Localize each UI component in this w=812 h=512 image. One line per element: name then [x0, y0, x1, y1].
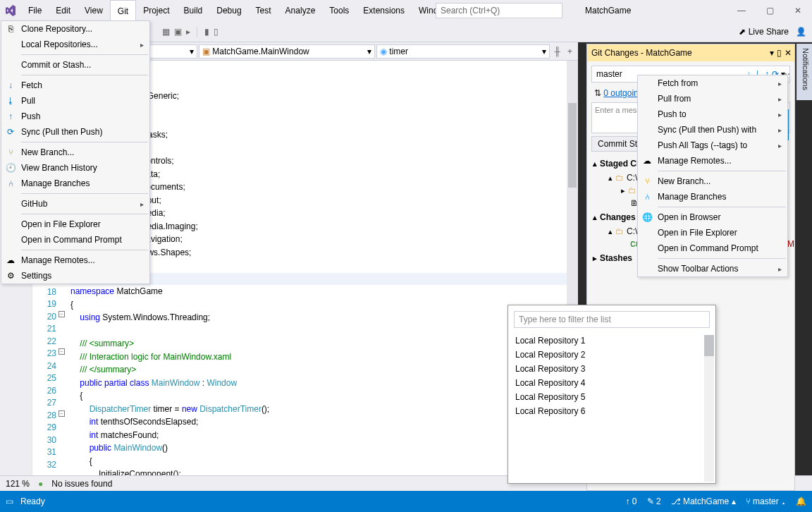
split-icon[interactable]: ╫ [551, 47, 563, 56]
notifications-tab[interactable]: Notifications [796, 44, 812, 100]
chevron-right-icon: ▸ [778, 111, 782, 118]
branch-icon: ⑂ [5, 147, 16, 157]
repo-item[interactable]: Local Repository 3 [514, 362, 710, 376]
user-icon[interactable]: 👤 [796, 27, 806, 37]
branches-icon: ⑃ [5, 178, 16, 188]
git-pull[interactable]: ⭳Pull [1, 93, 149, 109]
repo-item[interactable]: Local Repository 4 [514, 376, 710, 390]
class-dropdown[interactable]: ▣ MatchGame.MainWindow▾ [199, 44, 375, 59]
remote-icon: ☁ [641, 156, 653, 166]
live-share-button[interactable]: ⬈ Live Share [739, 27, 789, 37]
toolbar-icon[interactable]: ▸ [186, 27, 190, 37]
pull-icon: ⭳ [5, 96, 16, 106]
git-fetch[interactable]: ↓Fetch [1, 78, 149, 93]
ctx-new-branch[interactable]: ⑂New Branch... [638, 173, 787, 189]
search-input[interactable]: Search (Ctrl+Q) [436, 3, 562, 18]
toolbar-icon[interactable]: ▣ [174, 27, 182, 37]
menu-build[interactable]: Build [177, 0, 210, 21]
notifications-icon[interactable]: 🔔 [796, 496, 806, 506]
menu-edit[interactable]: Edit [49, 0, 78, 21]
branches-icon: ⑃ [641, 192, 653, 202]
menu-bar: File Edit View Git Project Build Debug T… [21, 0, 487, 21]
ctx-open-cmd[interactable]: Open in Command Prompt [638, 240, 787, 256]
close-button[interactable]: ✕ [784, 0, 812, 21]
menu-project[interactable]: Project [136, 0, 176, 21]
menu-test[interactable]: Test [249, 0, 278, 21]
fold-icon[interactable]: − [59, 410, 65, 417]
zoom-level[interactable]: 121 % [6, 479, 30, 489]
ctx-pull-from[interactable]: Pull from▸ [638, 91, 787, 106]
pull-count[interactable]: ✎ 2 [647, 496, 661, 506]
repo-item[interactable]: Local Repository 5 [514, 390, 710, 404]
chevron-right-icon: ▸ [778, 142, 782, 150]
folder-icon: 🗀 [615, 226, 624, 236]
git-new-branch[interactable]: ⑂New Branch... [1, 145, 149, 160]
chevron-right-icon: ▸ [140, 200, 144, 208]
gear-icon: ⚙ [5, 271, 16, 281]
git-local-repos[interactable]: Local Repositories...▸ [1, 37, 149, 52]
repo-indicator[interactable]: ⎇ MatchGame ▴ [671, 496, 736, 506]
git-push[interactable]: ↑Push [1, 109, 149, 124]
minimize-button[interactable]: — [727, 0, 756, 21]
fold-icon[interactable]: − [59, 311, 65, 317]
ctx-push-to[interactable]: Push to▸ [638, 106, 787, 122]
toolbar-icon[interactable]: ▮ [204, 27, 209, 37]
ctx-open-browser[interactable]: 🌐Open in Browser [638, 209, 787, 225]
git-manage-remotes[interactable]: ☁Manage Remotes... [1, 252, 149, 268]
git-github[interactable]: GitHub▸ [1, 196, 149, 212]
menu-tools[interactable]: Tools [322, 0, 356, 21]
push-icon: ↑ [5, 111, 16, 121]
repo-item[interactable]: Local Repository 1 [514, 334, 710, 348]
autohide-icon[interactable]: ▯ [777, 48, 782, 58]
fetch-icon: ↓ [5, 80, 16, 90]
menu-file[interactable]: File [21, 0, 49, 21]
maximize-button[interactable]: ▢ [756, 0, 784, 21]
git-open-cmd[interactable]: Open in Command Prompt [1, 232, 149, 248]
ctx-sync-with[interactable]: Sync (Pull then Push) with▸ [638, 122, 787, 138]
ctx-push-tags[interactable]: Push All Tags (--tags) to▸ [638, 138, 787, 153]
scrollbar[interactable] [704, 335, 714, 482]
repo-item[interactable]: Local Repository 6 [514, 404, 710, 418]
add-icon[interactable]: + [565, 47, 575, 56]
git-commit-stash[interactable]: Commit or Stash... [1, 57, 149, 73]
window-title: MatchGame [585, 6, 631, 16]
menu-analyze[interactable]: Analyze [278, 0, 323, 21]
output-icon[interactable]: ▭ [6, 496, 13, 506]
close-icon[interactable]: ✕ [785, 48, 792, 58]
menu-git[interactable]: Git [110, 0, 136, 21]
repo-item[interactable]: Local Repository 2 [514, 348, 710, 362]
git-sync[interactable]: ⟳Sync (Pull then Push) [1, 124, 149, 140]
git-settings[interactable]: ⚙Settings [1, 268, 149, 284]
ctx-open-explorer[interactable]: Open in File Explorer [638, 225, 787, 240]
toolbar-icon[interactable]: ▯ [214, 27, 219, 37]
title-bar: File Edit View Git Project Build Debug T… [0, 0, 812, 21]
git-panel-title: Git Changes - MatchGame ▾ ▯ ✕ [587, 44, 794, 61]
sync-icon: ⟳ [5, 127, 16, 137]
local-repo-popup: Type here to filter the list Local Repos… [508, 305, 716, 484]
branch-indicator[interactable]: ⑂ master ▴ [746, 496, 786, 506]
remote-icon: ☁ [5, 255, 16, 265]
chevron-right-icon: ▸ [140, 41, 144, 49]
git-manage-branches[interactable]: ⑃Manage Branches [1, 176, 149, 191]
chevron-right-icon: ▸ [778, 95, 782, 103]
git-open-explorer[interactable]: Open in File Explorer [1, 217, 149, 232]
chevron-right-icon: ▸ [778, 265, 782, 273]
git-clone[interactable]: ⎘Clone Repository... [1, 21, 149, 37]
ctx-manage-remotes[interactable]: ☁Manage Remotes... [638, 153, 787, 169]
menu-view[interactable]: View [78, 0, 110, 21]
ctx-show-toolbar[interactable]: Show Toolbar Actions▸ [638, 261, 787, 276]
ctx-manage-branches[interactable]: ⑃Manage Branches [638, 189, 787, 205]
ctx-fetch-from[interactable]: Fetch from▸ [638, 75, 787, 91]
menu-debug[interactable]: Debug [209, 0, 248, 21]
fold-icon[interactable]: − [59, 348, 65, 355]
push-count[interactable]: ↑ 0 [626, 496, 637, 506]
repo-filter-input[interactable]: Type here to filter the list [514, 311, 710, 328]
toolbar-icon[interactable]: ▦ [162, 27, 170, 37]
pin-icon[interactable]: ▾ [770, 48, 774, 58]
member-dropdown[interactable]: ◉ timer▾ [376, 44, 550, 59]
git-actions-context-menu: Fetch from▸ Pull from▸ Push to▸ Sync (Pu… [637, 75, 788, 277]
menu-extensions[interactable]: Extensions [356, 0, 412, 21]
issues-status[interactable]: No issues found [51, 479, 112, 489]
branch-icon: ⑂ [641, 176, 653, 186]
git-view-history[interactable]: 🕘View Branch History [1, 160, 149, 176]
